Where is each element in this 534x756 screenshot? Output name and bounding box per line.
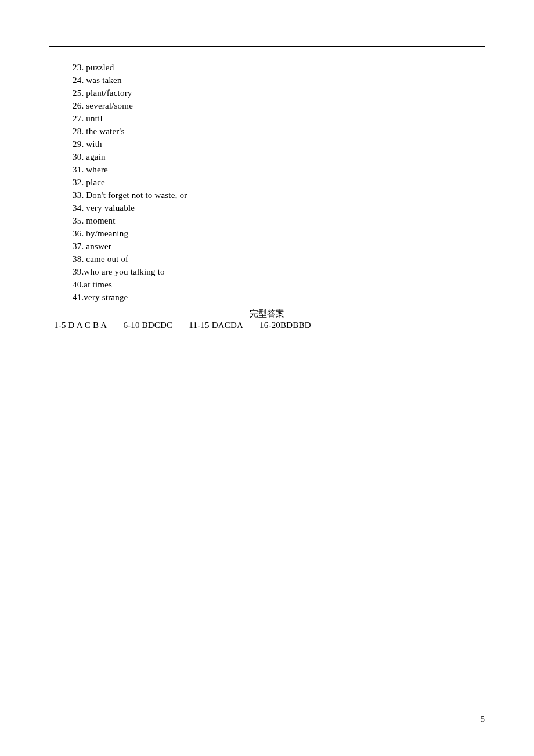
answer-number: 26.: [73, 101, 84, 110]
answer-number: 24.: [73, 75, 84, 85]
answer-text: place: [86, 178, 105, 187]
answer-number: 39.: [73, 267, 84, 276]
answer-item: 28. the water's: [73, 125, 485, 138]
answer-text: plant/factory: [86, 88, 132, 98]
answer-item: 30. again: [73, 150, 485, 163]
cloze-segment: 6-10 BDCDC: [123, 321, 172, 330]
answer-item: 26. several/some: [73, 99, 485, 112]
answer-number: 32.: [73, 178, 84, 187]
answer-item: 31. where: [73, 163, 485, 176]
answer-number: 28.: [73, 127, 84, 136]
answer-text: puzzled: [86, 63, 114, 72]
cloze-answers-line: 1-5 D A C B A6-10 BDCDC11-15 DACDA16-20B…: [49, 321, 485, 330]
answer-number: 33.: [73, 190, 84, 200]
answer-number: 36.: [73, 229, 84, 238]
answer-text: until: [86, 114, 103, 123]
answer-text: where: [86, 165, 108, 174]
answer-item: 34. very valuable: [73, 201, 485, 214]
answer-text: who are you talking to: [84, 267, 164, 276]
answer-item: 25. plant/factory: [73, 87, 485, 99]
answer-item: 24. was taken: [73, 74, 485, 87]
cloze-segment: 16-20BDBBD: [259, 321, 311, 330]
answer-text: again: [86, 152, 105, 161]
answer-text: was taken: [86, 75, 121, 85]
answer-text: came out of: [86, 254, 128, 264]
answer-number: 37.: [73, 242, 84, 251]
answer-item: 39.who are you talking to: [73, 265, 485, 278]
answer-text: very valuable: [86, 203, 135, 213]
answer-item: 23. puzzled: [73, 61, 485, 74]
answer-item: 37. answer: [73, 240, 485, 253]
answer-number: 35.: [73, 216, 84, 225]
answer-number: 34.: [73, 203, 84, 213]
answer-list: 23. puzzled24. was taken25. plant/factor…: [49, 61, 485, 304]
answer-number: 31.: [73, 165, 84, 174]
answer-item: 40.at times: [73, 278, 485, 291]
top-horizontal-rule: [49, 46, 485, 47]
cloze-section-title: 完型答案: [49, 308, 485, 319]
answer-text: by/meaning: [86, 229, 128, 238]
answer-item: 29. with: [73, 138, 485, 150]
answer-number: 41.: [73, 293, 84, 302]
answer-item: 32. place: [73, 176, 485, 189]
answer-item: 38. came out of: [73, 253, 485, 265]
answer-text: several/some: [86, 101, 133, 110]
answer-text: with: [86, 139, 102, 149]
answer-number: 30.: [73, 152, 84, 161]
answer-item: 36. by/meaning: [73, 227, 485, 240]
answer-item: 35. moment: [73, 214, 485, 227]
cloze-segment: 11-15 DACDA: [189, 321, 243, 330]
cloze-segment: 1-5 D A C B A: [54, 321, 107, 330]
answer-item: 33. Don't forget not to waste, or: [73, 189, 485, 201]
answer-text: the water's: [86, 127, 124, 136]
page-container: 23. puzzled24. was taken25. plant/factor…: [0, 0, 534, 756]
answer-text: Don't forget not to waste, or: [86, 190, 187, 200]
answer-number: 25.: [73, 88, 84, 98]
answer-text: very strange: [84, 293, 128, 302]
answer-number: 38.: [73, 254, 84, 264]
answer-text: answer: [86, 242, 111, 251]
answer-text: moment: [86, 216, 115, 225]
answer-item: 41.very strange: [73, 291, 485, 304]
answer-number: 29.: [73, 139, 84, 149]
answer-number: 27.: [73, 114, 84, 123]
answer-item: 27. until: [73, 112, 485, 125]
answer-number: 40.: [73, 280, 84, 289]
answer-number: 23.: [73, 63, 84, 72]
page-number: 5: [481, 715, 485, 724]
answer-text: at times: [84, 280, 112, 289]
